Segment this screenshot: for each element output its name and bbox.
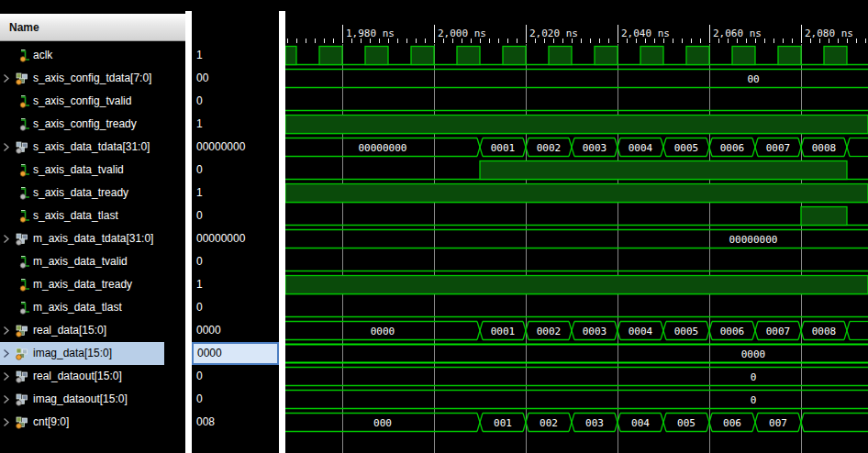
signal-row-m-axis-data-tdata310[interactable]: m_axis_data_tdata[31:0] bbox=[0, 227, 185, 250]
value-wave-splitter[interactable] bbox=[279, 11, 285, 453]
bus-value-label: 005 bbox=[677, 417, 696, 429]
signal-value-row[interactable]: 0 bbox=[192, 365, 279, 388]
name-value-splitter[interactable] bbox=[185, 11, 192, 453]
signal-value-row[interactable]: 0000 bbox=[192, 342, 279, 365]
scalar-signal-icon bbox=[19, 117, 31, 131]
bus-signal-icon bbox=[16, 232, 28, 246]
bus-signal-icon bbox=[16, 72, 28, 85]
wave-row-s_axis_config_tdata[7:0][interactable]: 00 bbox=[285, 70, 868, 88]
signal-value-row[interactable]: 0 bbox=[192, 159, 279, 182]
signal-value-row[interactable]: 0 bbox=[192, 388, 279, 411]
signal-value-row[interactable]: 1 bbox=[192, 273, 279, 296]
wave-row-real_dataout[15:0][interactable]: 0 bbox=[285, 368, 868, 386]
signal-value-row[interactable]: 008 bbox=[192, 411, 279, 434]
bus-value-label: 0006 bbox=[720, 142, 745, 154]
wave-row-imag_data[15:0][interactable]: 0000 bbox=[285, 345, 868, 363]
bus-value-label: 0006 bbox=[720, 326, 745, 337]
signal-row-s-axis-data-tdata310[interactable]: s_axis_data_tdata[31:0] bbox=[0, 136, 185, 159]
bus-value-label: 0002 bbox=[537, 142, 562, 154]
signal-row-m-axis-data-tlast[interactable]: m_axis_data_tlast bbox=[0, 296, 185, 319]
scalar-signal-icon bbox=[19, 209, 31, 223]
signal-value-text: 0 bbox=[196, 388, 203, 411]
expand-chevron-icon[interactable] bbox=[3, 326, 10, 336]
wave-row-real_data[15:0][interactable]: 000000010002000300040005000600070008 bbox=[285, 322, 868, 340]
signal-value-row[interactable]: 0 bbox=[192, 204, 279, 227]
bus-value-label: 0005 bbox=[674, 326, 699, 337]
signal-row-real-data150[interactable]: real_data[15:0] bbox=[0, 319, 185, 342]
signal-name-label: imag_dataout[15:0] bbox=[33, 388, 128, 411]
wave-row-s_axis_data_tvalid[interactable] bbox=[285, 161, 868, 180]
signal-value-row[interactable]: 1 bbox=[192, 44, 279, 67]
signal-row-s-axis-config-tvalid[interactable]: s_axis_config_tvalid bbox=[0, 90, 185, 113]
signal-value-text: 00000000 bbox=[196, 227, 245, 250]
signal-value-row[interactable]: 1 bbox=[192, 182, 279, 204]
expand-chevron-icon[interactable] bbox=[3, 394, 10, 404]
signal-value-text: 1 bbox=[196, 44, 203, 67]
wave-row-cnt[9:0][interactable]: 000001002003004005006007 bbox=[285, 414, 868, 432]
signal-value-text: 1 bbox=[196, 113, 203, 136]
bus-signal-icon bbox=[16, 415, 28, 429]
bus-signal-icon bbox=[16, 392, 28, 406]
signal-row-real-dataout150[interactable]: real_dataout[15:0] bbox=[0, 365, 185, 388]
signal-name-label: s_axis_data_tready bbox=[33, 182, 128, 204]
bus-value-label: 0004 bbox=[629, 142, 653, 154]
signal-row-aclk[interactable]: aclk bbox=[0, 44, 185, 67]
wave-row-s_axis_data_tready[interactable] bbox=[285, 184, 868, 203]
name-column-header[interactable]: Name bbox=[0, 14, 185, 41]
wave-row-imag_dataout[15:0][interactable]: 0 bbox=[285, 391, 868, 409]
signal-row-s-axis-data-tready[interactable]: s_axis_data_tready bbox=[0, 182, 185, 204]
signal-value-text: 0 bbox=[196, 365, 203, 388]
wave-row-s_axis_data_tdata[31:0][interactable]: 0000000000010002000300040005000600070008 bbox=[285, 138, 868, 157]
bus-value-label: 00000000 bbox=[359, 142, 407, 154]
wave-row-m_axis_data_tready[interactable] bbox=[285, 276, 868, 294]
wave-row-m_axis_data_tdata[31:0][interactable]: 00000000 bbox=[285, 230, 868, 249]
signal-row-s-axis-data-tlast[interactable]: s_axis_data_tlast bbox=[0, 204, 185, 227]
signal-value-row[interactable]: 00000000 bbox=[192, 227, 279, 250]
signal-row-s-axis-config-tready[interactable]: s_axis_config_tready bbox=[0, 113, 185, 136]
signal-value-text: 0 bbox=[196, 159, 203, 182]
bus-value-label: 00000000 bbox=[729, 234, 778, 246]
expand-chevron-icon[interactable] bbox=[3, 348, 10, 359]
wave-row-aclk[interactable] bbox=[285, 47, 868, 65]
signal-row-cnt90[interactable]: cnt[9:0] bbox=[0, 411, 185, 434]
wave-row-s_axis_data_tlast[interactable] bbox=[285, 207, 868, 226]
signal-row-imag-dataout150[interactable]: imag_dataout[15:0] bbox=[0, 388, 185, 411]
signal-name-label: s_axis_data_tlast bbox=[33, 204, 118, 227]
scalar-signal-icon bbox=[19, 49, 31, 62]
signal-value-row[interactable]: 0 bbox=[192, 250, 279, 273]
bus-value-label: 000 bbox=[373, 417, 392, 429]
expand-chevron-icon[interactable] bbox=[3, 142, 10, 152]
wave-row-s_axis_config_tready[interactable] bbox=[285, 116, 868, 134]
bus-value-label: 006 bbox=[723, 417, 741, 429]
expand-chevron-icon[interactable] bbox=[3, 417, 10, 427]
expand-chevron-icon[interactable] bbox=[3, 73, 10, 83]
selected-value-cell[interactable]: 0000 bbox=[192, 342, 279, 365]
expand-chevron-icon[interactable] bbox=[3, 234, 10, 244]
expand-chevron-icon[interactable] bbox=[3, 371, 10, 381]
bus-signal-icon bbox=[16, 370, 28, 383]
signal-value-row[interactable]: 1 bbox=[192, 113, 279, 136]
bus-value-label: 0003 bbox=[583, 326, 607, 337]
signal-row-m-axis-data-tready[interactable]: m_axis_data_tready bbox=[0, 273, 185, 296]
waveform-canvas[interactable]: 1,980 ns2,000 ns2,020 ns2,040 ns2,060 ns… bbox=[285, 0, 868, 453]
signal-name-label: s_axis_config_tready bbox=[33, 113, 137, 136]
signal-value-row[interactable]: 0000 bbox=[192, 319, 279, 342]
signal-value-text: 0 bbox=[196, 296, 203, 319]
signal-row-s-axis-config-tdata70[interactable]: s_axis_config_tdata[7:0] bbox=[0, 67, 185, 90]
signal-value-text: 00 bbox=[196, 67, 208, 90]
signal-value-row[interactable]: 00000000 bbox=[192, 136, 279, 159]
bus-value-label: 001 bbox=[494, 417, 512, 429]
time-ruler[interactable]: 1,980 ns2,000 ns2,020 ns2,040 ns2,060 ns… bbox=[288, 25, 866, 43]
scalar-signal-icon bbox=[19, 163, 31, 177]
signal-value-text: 0000 bbox=[196, 319, 221, 342]
signal-name-label: s_axis_config_tdata[7:0] bbox=[33, 67, 151, 90]
signal-value-row[interactable]: 0 bbox=[192, 90, 279, 113]
signal-row-m-axis-data-tvalid[interactable]: m_axis_data_tvalid bbox=[0, 250, 185, 273]
signal-row-s-axis-data-tvalid[interactable]: s_axis_data_tvalid bbox=[0, 159, 185, 182]
signal-name-label: m_axis_data_tlast bbox=[33, 296, 122, 319]
signal-value-row[interactable]: 0 bbox=[192, 296, 279, 319]
signal-value-panel: Value 1000100000000010000000000100000000… bbox=[192, 0, 279, 453]
signal-row-imag-data150[interactable]: imag_data[15:0] bbox=[0, 342, 185, 365]
signal-name-label: s_axis_config_tvalid bbox=[33, 90, 131, 113]
signal-value-row[interactable]: 00 bbox=[192, 67, 279, 90]
